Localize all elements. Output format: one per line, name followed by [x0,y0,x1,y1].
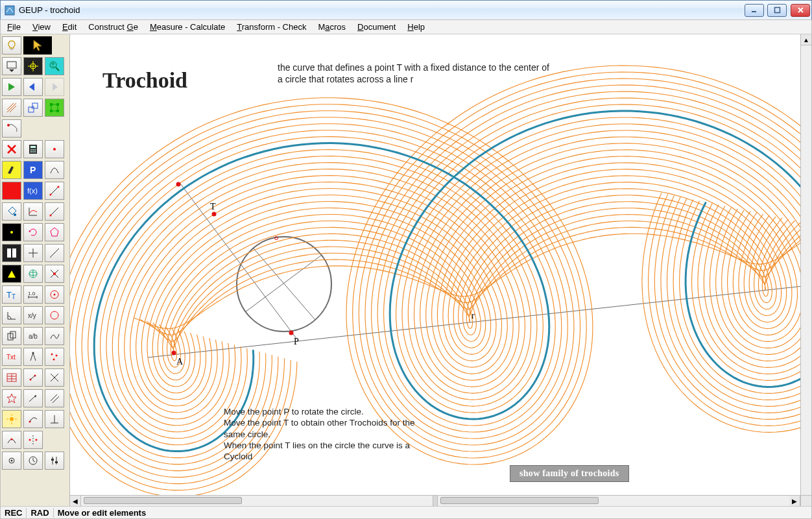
svg-point-62 [51,354,53,356]
forward-icon[interactable] [45,78,64,96]
split-icon[interactable] [2,244,21,262]
minimize-button[interactable] [745,4,764,17]
point-tool[interactable] [45,140,64,158]
horizontal-scrollbar[interactable]: ◀ ▶ [70,495,800,506]
menu-transform[interactable]: Transform - Check [237,22,306,32]
curve-tool[interactable] [45,327,64,345]
clock-icon[interactable] [23,452,43,470]
points-icon[interactable] [23,368,43,387]
perp-icon[interactable] [45,410,64,428]
circle2-tool[interactable] [45,306,64,324]
text-tool[interactable]: TT [2,285,21,304]
circle-tool[interactable] [45,285,64,304]
spark-icon[interactable] [2,119,21,138]
svg-point-32 [14,213,16,216]
run-tool[interactable] [2,78,21,96]
copy-icon[interactable] [2,327,21,345]
svg-rect-97 [55,461,58,463]
graph-icon[interactable] [23,202,43,221]
infline-tool[interactable] [45,244,64,262]
menu-file[interactable]: File [7,22,21,32]
status-hint: Move or edit elements [58,508,147,518]
menu-measure[interactable]: Measure - Calculate [150,22,225,32]
globe-icon[interactable] [23,265,43,283]
scroll-up-icon[interactable]: ▲ [801,34,811,45]
dropdown-tool[interactable] [2,57,21,75]
svg-text:x/y: x/y [28,312,36,319]
color-fill-icon[interactable] [2,182,21,200]
menu-view[interactable]: View [32,22,51,32]
svg-point-22 [34,149,36,151]
close-button[interactable] [791,4,810,17]
cross-icon[interactable] [45,368,64,387]
measure-icon[interactable]: 1.0 [23,285,43,304]
slider-icon[interactable] [45,452,64,470]
back-icon[interactable] [23,78,43,96]
textlabel-icon[interactable]: Txt [2,348,21,366]
svg-point-17 [7,124,10,127]
line-tool[interactable] [45,182,64,200]
triangle-icon[interactable] [2,265,21,283]
mirror-icon[interactable] [23,431,43,449]
parking-icon[interactable]: P [23,161,43,179]
menu-edit[interactable]: Edit [62,22,77,32]
vertical-scrollbar[interactable]: ▲ [800,34,811,495]
scroll-thumb-2[interactable] [440,497,599,504]
scroll-thumb[interactable] [84,497,242,504]
transform-icon[interactable] [23,99,43,117]
compass-icon[interactable] [23,348,43,366]
label-icon[interactable]: a/b [23,327,43,345]
table-icon[interactable] [2,368,21,387]
scroll-left-icon[interactable]: ◀ [70,496,81,506]
target-tool[interactable] [23,57,43,75]
zoom-icon[interactable]: ± [45,57,64,75]
nodes-icon[interactable] [45,99,64,117]
parallel-icon[interactable] [45,389,64,407]
intersect-icon[interactable] [45,265,64,283]
svg-rect-16 [56,110,59,112]
vector-icon[interactable] [23,389,43,407]
highlight-icon[interactable] [2,161,21,179]
bucket-icon[interactable] [2,202,21,221]
rotate-icon[interactable] [23,223,43,241]
select-tool[interactable] [23,36,52,54]
svg-rect-0 [5,6,14,15]
arc-tool[interactable] [45,161,64,179]
menu-document[interactable]: Document [357,22,396,32]
show-family-button[interactable]: show family of trochoids [510,465,629,482]
scatter-icon[interactable] [45,348,64,366]
svg-line-93 [33,461,35,462]
axes-icon[interactable] [23,244,43,262]
angle-tool[interactable] [2,306,21,324]
label-A[interactable]: A [176,357,183,367]
trace-icon[interactable] [23,410,43,428]
ray-tool[interactable] [45,202,64,221]
delete-icon[interactable] [2,140,21,158]
svg-point-88 [36,439,38,441]
star-icon[interactable] [2,389,21,407]
sun-icon[interactable] [2,410,21,428]
function-icon[interactable]: f(x) [23,182,43,200]
scroll-right-icon[interactable]: ▶ [789,496,800,506]
hint-icon[interactable] [2,36,21,54]
ratio-icon[interactable]: x/y [23,306,43,324]
center-icon[interactable] [2,223,21,241]
svg-rect-13 [50,103,53,106]
label-P[interactable]: P [294,337,299,347]
label-T[interactable]: T [210,202,216,212]
maximize-button[interactable] [767,4,787,17]
hatch-icon[interactable] [2,99,21,117]
locus-icon[interactable] [2,431,21,449]
drawing-canvas[interactable]: Trochoid the curve that defines a point … [70,34,811,506]
menu-construct[interactable]: Construct Ge [88,22,138,32]
status-rad[interactable]: RAD [30,508,53,518]
polygon-icon[interactable] [45,223,64,241]
calc-icon[interactable] [23,140,43,158]
status-rec[interactable]: REC [5,508,27,518]
menu-help[interactable]: Help [407,22,425,32]
canvas-help: Move the point P to rotate the circle. M… [224,406,431,462]
settings-icon[interactable] [2,452,21,470]
svg-point-46 [53,272,56,275]
svg-rect-39 [12,248,16,258]
menu-macros[interactable]: Macros [318,22,346,32]
